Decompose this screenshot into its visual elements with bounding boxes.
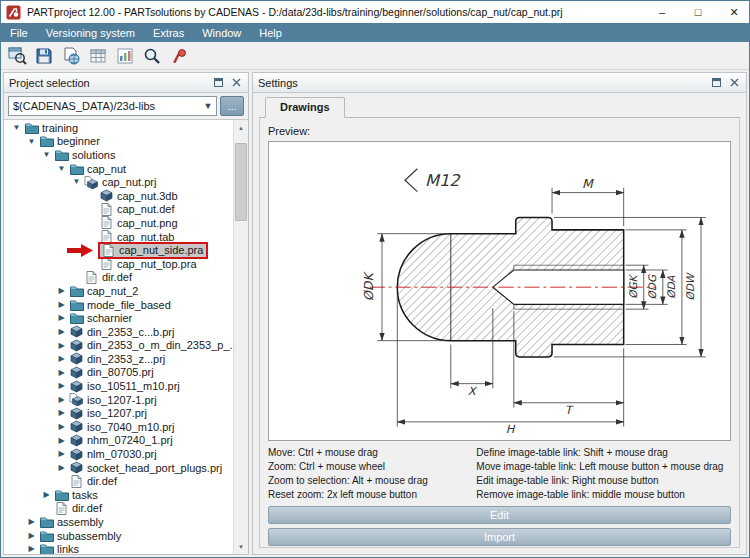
expand-arrow-icon[interactable]: ▶	[55, 434, 68, 448]
tree-item-cap_nut_top.pra[interactable]: cap_nut_top.pra	[4, 257, 233, 271]
chart-icon[interactable]	[113, 44, 137, 68]
folder-icon	[38, 543, 55, 554]
cube-icon	[68, 380, 85, 393]
float-panel-icon[interactable]	[710, 76, 723, 89]
expand-arrow-icon[interactable]: ▶	[55, 325, 68, 339]
publish-icon[interactable]	[167, 44, 191, 68]
expand-arrow-icon[interactable]: ▶	[55, 447, 68, 461]
minimize-button[interactable]: –	[647, 1, 677, 23]
expand-arrow-icon[interactable]: ▶	[25, 542, 38, 554]
world-doc-icon[interactable]	[59, 44, 83, 68]
tree-item-scharnier[interactable]: ▶scharnier	[4, 311, 233, 325]
search-icon[interactable]	[140, 44, 164, 68]
float-panel-icon[interactable]	[212, 76, 225, 89]
library-path-combobox[interactable]: $(CADENAS_DATA)/23d-libs ▼	[8, 96, 217, 116]
collapse-arrow-icon[interactable]: ▼	[25, 135, 38, 149]
tree-item-beginner[interactable]: ▼beginner	[4, 135, 233, 149]
tree-item-cap_nut.prj[interactable]: ▼cap_nut.prj	[4, 175, 233, 189]
tree-item-cap_nut_side.pra[interactable]: cap_nut_side.pra	[4, 243, 233, 257]
maximize-button[interactable]: □	[683, 1, 713, 23]
tree-item-links[interactable]: ▶links	[4, 542, 233, 554]
expand-arrow-icon[interactable]: ▶	[55, 461, 68, 475]
collapse-arrow-icon[interactable]: ▼	[70, 175, 83, 189]
menu-file[interactable]: File	[1, 23, 37, 42]
drawing-preview[interactable]: M12 M ØDK ØGK ØDG ØDA ØDW X T H	[268, 141, 731, 441]
tree-item-din_2353_c...b.prj[interactable]: ▶din_2353_c...b.prj	[4, 325, 233, 339]
tree-item-cap_nut.3db[interactable]: cap_nut.3db	[4, 189, 233, 203]
tree-item-training[interactable]: ▼training	[4, 121, 233, 135]
expand-arrow-icon[interactable]: ▶	[55, 339, 68, 353]
tree-item-cap_nut.def[interactable]: cap_nut.def	[4, 203, 233, 217]
save-icon[interactable]	[32, 44, 56, 68]
tree-item-socket_head_port_plugs.prj[interactable]: ▶socket_head_port_plugs.prj	[4, 461, 233, 475]
tree-item-label: nhm_07240_1.prj	[87, 434, 173, 446]
expand-arrow-icon[interactable]: ▶	[55, 406, 68, 420]
tree-item-body: cap_nut.def	[98, 203, 178, 217]
tree-item-cap_nut[interactable]: ▼cap_nut	[4, 162, 233, 176]
tree-item-cap_nut.png[interactable]: cap_nut.png	[4, 216, 233, 230]
scrollbar-track[interactable]	[234, 135, 248, 539]
expand-arrow-icon[interactable]: ▶	[55, 366, 68, 380]
scroll-up-icon[interactable]: ▲	[234, 120, 248, 135]
window-search-icon[interactable]	[5, 44, 29, 68]
expand-arrow-icon[interactable]: ▶	[55, 393, 68, 407]
expand-arrow-icon[interactable]: ▶	[40, 488, 53, 502]
tree-scrollbar[interactable]: ▲ ▼	[233, 120, 248, 554]
tree-item-body: subassembly	[38, 529, 124, 543]
expand-arrow-icon[interactable]: ▶	[25, 529, 38, 543]
tree-item-nlm_07030.prj[interactable]: ▶nlm_07030.prj	[4, 447, 233, 461]
menu-extras[interactable]: Extras	[144, 23, 193, 42]
doc-icon	[98, 203, 115, 216]
browse-button[interactable]: ...	[220, 96, 244, 116]
settings-tabbar: Drawings	[259, 97, 740, 118]
tree-item-mode_file_based[interactable]: ▶mode_file_based	[4, 298, 233, 312]
scrollbar-thumb[interactable]	[235, 143, 247, 221]
expand-arrow-icon[interactable]: ▶	[55, 379, 68, 393]
tree-item-din_2353_z...prj[interactable]: ▶din_2353_z...prj	[4, 352, 233, 366]
menu-help[interactable]: Help	[250, 23, 291, 42]
tree-item-dir.def[interactable]: dir.def	[4, 474, 233, 488]
tree-item-body: socket_head_port_plugs.prj	[68, 461, 225, 475]
settings-panel-header: Settings	[253, 73, 746, 93]
tree-item-nhm_07240_1.prj[interactable]: ▶nhm_07240_1.prj	[4, 434, 233, 448]
tree-item-cap_nut_2[interactable]: ▶cap_nut_2	[4, 284, 233, 298]
import-button[interactable]: Import	[268, 528, 731, 546]
tree-item-subassembly[interactable]: ▶subassembly	[4, 529, 233, 543]
scroll-down-icon[interactable]: ▼	[234, 539, 248, 554]
collapse-arrow-icon[interactable]: ▼	[10, 121, 23, 135]
tree-item-dir.def[interactable]: dir.def	[4, 502, 233, 516]
tree-item-solutions[interactable]: ▼solutions	[4, 148, 233, 162]
tree-item-iso_1207-1.prj[interactable]: ▶iso_1207-1.prj	[4, 393, 233, 407]
help-text: Edit image-table link: Right mouse butto…	[476, 474, 731, 488]
tree-item-iso_7040_m10.prj[interactable]: ▶iso_7040_m10.prj	[4, 420, 233, 434]
tree-item-body: cap_nut.3db	[98, 189, 181, 203]
expand-arrow-icon[interactable]: ▶	[55, 352, 68, 366]
expand-arrow-icon[interactable]: ▶	[55, 420, 68, 434]
tree-item-dir.def[interactable]: dir.def	[4, 271, 233, 285]
tree-item-din_2353_o_m_din_2353_p_...[interactable]: ▶din_2353_o_m_din_2353_p_...	[4, 339, 233, 353]
cube-icon	[68, 448, 85, 461]
tree-item-iso_1207.prj[interactable]: ▶iso_1207.prj	[4, 406, 233, 420]
table-icon[interactable]	[86, 44, 110, 68]
expand-arrow-icon[interactable]: ▶	[55, 311, 68, 325]
close-panel-icon[interactable]	[230, 76, 243, 89]
tree-item-din_80705.prj[interactable]: ▶din_80705.prj	[4, 366, 233, 380]
tree-item-assembly[interactable]: ▶assembly	[4, 515, 233, 529]
edit-button[interactable]: Edit	[268, 506, 731, 524]
tree-item-iso_10511_m10.prj[interactable]: ▶iso_10511_m10.prj	[4, 379, 233, 393]
cube-icon	[68, 461, 85, 474]
menu-window[interactable]: Window	[193, 23, 250, 42]
tab-drawings[interactable]: Drawings	[265, 97, 345, 118]
close-panel-icon[interactable]	[728, 76, 741, 89]
expand-arrow-icon[interactable]: ▶	[55, 298, 68, 312]
menu-versioning-system[interactable]: Versioning system	[37, 23, 144, 42]
project-panel-header: Project selection	[4, 73, 248, 93]
expand-arrow-icon[interactable]: ▶	[25, 515, 38, 529]
tree-item-body: nhm_07240_1.prj	[68, 434, 176, 448]
tree-item-body: iso_7040_m10.prj	[68, 420, 177, 434]
tree-item-tasks[interactable]: ▶tasks	[4, 488, 233, 502]
collapse-arrow-icon[interactable]: ▼	[55, 162, 68, 176]
close-button[interactable]: ✕	[719, 1, 749, 23]
expand-arrow-icon[interactable]: ▶	[55, 284, 68, 298]
collapse-arrow-icon[interactable]: ▼	[40, 148, 53, 162]
